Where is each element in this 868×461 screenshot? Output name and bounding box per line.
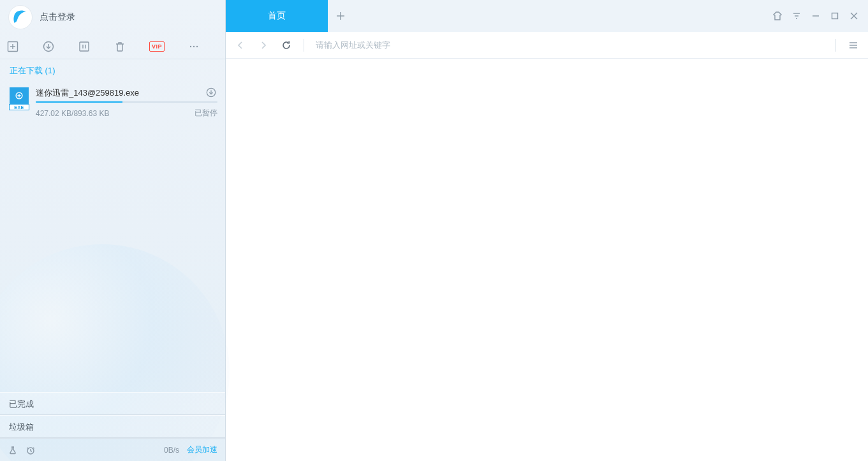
download-item[interactable]: EXE 迷你迅雷_143@259819.exe 427.02 KB/893.63… — [0, 82, 225, 124]
minimize-icon[interactable] — [811, 11, 821, 21]
main-area: 首页 — [226, 0, 868, 461]
downloading-section-title[interactable]: 正在下载 (1) — [0, 59, 225, 82]
file-ext-label: EXE — [9, 104, 29, 110]
delete-icon[interactable] — [114, 40, 126, 53]
sidebar: 点击登录 VIP 正在下载 (1) EXE 迷你迅雷_143@259819.ex… — [0, 0, 226, 461]
browser-nav-row — [226, 32, 868, 59]
app-logo — [9, 6, 32, 29]
lab-icon[interactable] — [8, 445, 18, 455]
new-task-icon[interactable] — [6, 40, 19, 53]
vip-speed-link[interactable]: 会员加速 — [187, 444, 217, 455]
download-status: 已暂停 — [195, 108, 217, 119]
svg-rect-5 — [80, 42, 89, 51]
completed-section[interactable]: 已完成 — [0, 392, 225, 415]
window-controls — [772, 0, 868, 32]
url-input[interactable] — [316, 40, 824, 50]
download-filename: 迷你迅雷_143@259819.exe — [36, 87, 139, 99]
more-icon[interactable] — [188, 40, 200, 53]
download-body: 迷你迅雷_143@259819.exe 427.02 KB/893.63 KB … — [36, 87, 217, 119]
nav-back-icon[interactable] — [235, 40, 246, 51]
pause-download-icon[interactable] — [78, 40, 91, 53]
skin-icon[interactable] — [772, 11, 783, 21]
speed-indicator: 0B/s — [164, 446, 179, 455]
svg-rect-21 — [832, 13, 838, 19]
schedule-icon[interactable] — [26, 445, 36, 455]
resume-download-icon[interactable] — [206, 87, 217, 99]
maximize-icon[interactable] — [830, 11, 840, 21]
tab-row: 首页 — [226, 0, 868, 32]
svg-point-10 — [196, 45, 198, 47]
login-link[interactable]: 点击登录 — [40, 11, 75, 23]
nav-forward-icon[interactable] — [258, 40, 269, 51]
sidebar-toolbar: VIP — [0, 34, 225, 59]
sidebar-bottom: 已完成 垃圾箱 0B/s 会员加速 — [0, 392, 225, 461]
download-size: 427.02 KB/893.63 KB — [36, 109, 109, 118]
browser-content — [226, 59, 868, 461]
tab-home[interactable]: 首页 — [226, 0, 328, 32]
svg-point-9 — [193, 45, 195, 47]
reload-icon[interactable] — [281, 40, 292, 51]
trash-section[interactable]: 垃圾箱 — [0, 415, 225, 438]
nav-divider — [304, 39, 304, 52]
hamburger-menu-icon[interactable] — [848, 40, 859, 51]
mini-mode-icon[interactable] — [791, 11, 802, 21]
new-tab-button[interactable] — [328, 0, 353, 32]
login-row: 点击登录 — [0, 0, 225, 34]
download-progress — [36, 101, 217, 103]
file-type-icon: EXE — [9, 87, 29, 110]
svg-point-8 — [190, 45, 191, 47]
vip-icon[interactable]: VIP — [149, 41, 165, 52]
status-bar: 0B/s 会员加速 — [0, 438, 225, 461]
close-icon[interactable] — [849, 11, 859, 21]
start-download-icon[interactable] — [42, 40, 55, 53]
nav-divider-right — [835, 39, 836, 52]
